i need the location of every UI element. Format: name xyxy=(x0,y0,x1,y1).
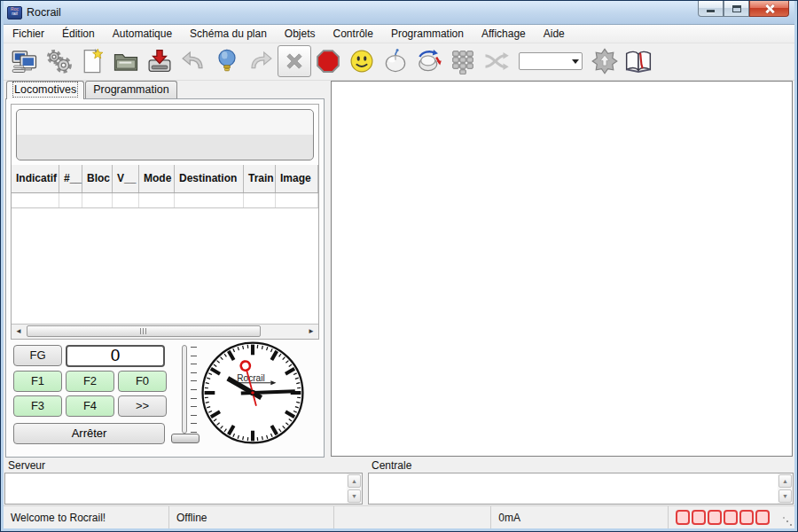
stop-icon xyxy=(315,48,341,74)
server-log-scrollbar[interactable]: ▲ ▼ xyxy=(347,473,362,504)
menu-programmation[interactable]: Programmation xyxy=(382,26,473,42)
router-button[interactable] xyxy=(480,45,513,77)
column-header-speed[interactable]: V__ xyxy=(113,165,139,192)
scrollbar-thumb[interactable] xyxy=(27,325,261,337)
scrollbar-track[interactable] xyxy=(26,325,304,339)
menu-aide[interactable]: Aide xyxy=(535,26,574,42)
table-row[interactable] xyxy=(12,193,318,208)
cancel-button[interactable] xyxy=(278,45,311,77)
power-station-combobox[interactable] xyxy=(519,52,583,70)
menu-automatique[interactable]: Automatique xyxy=(104,26,181,42)
status-spare xyxy=(334,506,491,528)
chevron-down-icon[interactable] xyxy=(568,53,582,69)
menu-schema-du-plan[interactable]: Schéma du plan xyxy=(181,26,276,42)
slider-ticks xyxy=(191,347,197,433)
f2-button[interactable]: F2 xyxy=(66,371,114,392)
keypad-button[interactable] xyxy=(446,45,480,77)
locomotives-pane: Indicatif #__ Bloc V__ Mode Destination … xyxy=(5,98,325,458)
help-button[interactable] xyxy=(622,45,655,77)
slider-track[interactable] xyxy=(182,345,187,434)
central-log-scrollbar[interactable]: ▲ ▼ xyxy=(778,473,793,504)
resize-grip[interactable] xyxy=(782,516,792,526)
locomotive-image-button[interactable] xyxy=(16,109,314,160)
mouse-throttle-button[interactable] xyxy=(379,45,412,77)
server-panel: Serveur ▲ ▼ xyxy=(4,458,364,505)
workstation-button[interactable] xyxy=(8,45,42,77)
scroll-down-icon[interactable]: ▼ xyxy=(778,489,792,503)
column-header-address[interactable]: #__ xyxy=(59,165,82,192)
stop-button[interactable]: Arrêter xyxy=(13,423,165,444)
open-folder-icon xyxy=(113,48,139,74)
sensor-indicator xyxy=(676,510,690,525)
undo-icon xyxy=(180,48,207,74)
horizontal-scrollbar[interactable]: ◄ ► xyxy=(12,324,318,339)
locomotive-list: Indicatif #__ Bloc V__ Mode Destination … xyxy=(11,104,319,340)
sensor-indicator xyxy=(739,510,754,525)
client-area: Fichier Édition Automatique Schéma du pl… xyxy=(4,24,794,528)
scroll-left-icon[interactable]: ◄ xyxy=(12,325,26,339)
properties-button[interactable] xyxy=(42,45,75,77)
scroll-up-icon[interactable]: ▲ xyxy=(778,474,792,488)
lamp-icon xyxy=(214,48,240,74)
open-button[interactable] xyxy=(109,45,143,77)
minimize-button[interactable] xyxy=(698,1,724,17)
redo-button[interactable] xyxy=(244,45,278,77)
toolbar xyxy=(4,43,794,81)
new-button[interactable] xyxy=(75,45,109,77)
column-header-destination[interactable]: Destination xyxy=(175,165,244,192)
book-icon xyxy=(624,47,653,75)
f1-button[interactable]: F1 xyxy=(13,371,62,392)
undo-button[interactable] xyxy=(176,45,210,77)
accessory-button[interactable] xyxy=(588,45,622,77)
close-button[interactable] xyxy=(749,1,789,17)
tab-locomotives[interactable]: Locomotives xyxy=(6,81,84,99)
more-functions-button[interactable]: >> xyxy=(118,395,167,417)
titlebar[interactable]: Roc rail Rocrail xyxy=(4,1,794,24)
scroll-right-icon[interactable]: ► xyxy=(304,325,318,339)
clock-face: Rocrail xyxy=(200,340,306,446)
sensor-indicator xyxy=(692,510,706,525)
shuffle-icon xyxy=(483,48,510,74)
server-label: Serveur xyxy=(4,458,364,473)
maximize-icon xyxy=(732,5,741,12)
f0-button[interactable]: F0 xyxy=(118,371,167,392)
sensor-indicators xyxy=(669,506,794,528)
menu-controle[interactable]: Contrôle xyxy=(325,26,382,42)
power-button[interactable] xyxy=(210,45,244,77)
menu-objets[interactable]: Objets xyxy=(276,26,325,42)
column-header-train[interactable]: Train xyxy=(244,165,276,192)
status-message: Welcome to Rocrail! xyxy=(4,506,169,528)
central-log[interactable]: ▲ ▼ xyxy=(368,473,794,505)
emergency-stop-button[interactable] xyxy=(311,45,345,77)
maximize-button[interactable] xyxy=(724,1,749,17)
server-log[interactable]: ▲ ▼ xyxy=(4,473,363,505)
plan-canvas[interactable] xyxy=(331,81,793,457)
column-header-indicatif[interactable]: Indicatif xyxy=(12,165,59,192)
menubar: Fichier Édition Automatique Schéma du pl… xyxy=(4,25,794,43)
tab-programmation[interactable]: Programmation xyxy=(85,81,176,98)
close-icon xyxy=(764,4,775,13)
menu-affichage[interactable]: Affichage xyxy=(473,26,535,42)
column-header-bloc[interactable]: Bloc xyxy=(82,165,113,192)
statusbar: Welcome to Rocrail! Offline 0mA xyxy=(4,505,794,528)
column-header-image[interactable]: Image xyxy=(276,165,318,192)
table-empty-area xyxy=(12,208,318,324)
tab-strip: Locomotives Programmation xyxy=(4,81,326,98)
scroll-down-icon[interactable]: ▼ xyxy=(348,489,361,503)
rotary-throttle-button[interactable] xyxy=(412,45,446,77)
window-title: Rocrail xyxy=(27,6,61,19)
fg-button[interactable]: FG xyxy=(13,345,62,366)
scroll-up-icon[interactable]: ▲ xyxy=(348,474,361,488)
column-header-mode[interactable]: Mode xyxy=(139,165,175,192)
accessory-badge-icon xyxy=(591,48,618,74)
status-current: 0mA xyxy=(491,506,669,528)
speed-slider[interactable] xyxy=(171,343,203,448)
throttle-panel: FG 0 F1 F2 F0 F3 F4 >> xyxy=(6,340,324,457)
menu-fichier[interactable]: Fichier xyxy=(4,26,53,42)
save-button[interactable] xyxy=(143,45,176,77)
f3-button[interactable]: F3 xyxy=(13,395,62,417)
auto-mode-button[interactable] xyxy=(345,45,379,77)
f4-button[interactable]: F4 xyxy=(66,395,114,417)
slider-handle[interactable] xyxy=(171,434,200,443)
menu-edition[interactable]: Édition xyxy=(53,26,104,42)
